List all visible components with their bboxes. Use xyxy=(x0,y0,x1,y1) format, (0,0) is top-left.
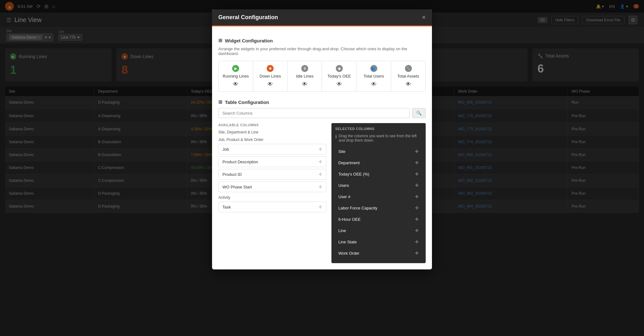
selected-cols-hint: ℹ Drag the columns you want to see from … xyxy=(335,134,422,143)
down-lines-tile-icon: ■ xyxy=(267,65,274,72)
selected-col-item[interactable]: User # ✛ xyxy=(335,192,422,202)
widget-tile-idle-lines[interactable]: ⏸ Idle Lines 👁 xyxy=(288,61,322,91)
selected-col-item[interactable]: Work Order ✛ xyxy=(335,248,422,258)
todays-oee-eye-icon[interactable]: 👁 xyxy=(326,81,352,88)
drag-icon-task: ✛ xyxy=(319,204,322,209)
widget-tile-running-lines[interactable]: ▶ Running Lines 👁 xyxy=(219,61,253,91)
widget-tile-todays-oee[interactable]: ◉ Today's OEE 👁 xyxy=(322,61,357,91)
widget-tiles: ▶ Running Lines 👁 ■ Down Lines 👁 ⏸ Idle … xyxy=(218,61,426,92)
selected-label: SELECTED COLUMNS xyxy=(335,127,422,131)
selected-cols-list: Site ✛ Department ✛ Today's OEE (%) ✛ Us… xyxy=(335,146,422,258)
idle-lines-tile-icon: ⏸ xyxy=(301,65,308,72)
modal-overlay: General Configuration × ⊞ Widget Configu… xyxy=(0,0,644,336)
drag-icon-product-id: ✛ xyxy=(319,172,322,177)
selected-columns-panel: SELECTED COLUMNS ℹ Drag the columns you … xyxy=(331,123,426,263)
modal-close-button[interactable]: × xyxy=(422,14,426,21)
category-job-product-wo: Job, Product & Work Order xyxy=(218,138,326,142)
modal-header: General Configuration × xyxy=(212,9,432,25)
down-lines-eye-icon[interactable]: 👁 xyxy=(257,81,284,88)
total-assets-tile-icon: 🔧 xyxy=(405,65,412,72)
table-config-section-title: ⊞ Table Configuration xyxy=(218,99,426,105)
selected-col-item[interactable]: Users ✛ xyxy=(335,180,422,190)
selected-col-item[interactable]: Labor Force Capacity ✛ xyxy=(335,203,422,213)
drag-icon-selected: ✛ xyxy=(415,217,419,222)
modal-body: ⊞ Widget Configuration Arrange the widge… xyxy=(212,31,432,269)
drag-icon-selected: ✛ xyxy=(415,160,419,165)
available-columns-panel: AVAILABLE COLUMNS Site, Department & Lin… xyxy=(218,123,326,263)
running-lines-eye-icon[interactable]: 👁 xyxy=(222,81,249,88)
widget-tile-total-users[interactable]: 👥 Total Users 👁 xyxy=(357,61,391,91)
idle-lines-eye-icon[interactable]: 👁 xyxy=(292,81,318,88)
general-config-modal: General Configuration × ⊞ Widget Configu… xyxy=(212,9,432,269)
selected-col-item[interactable]: Today's OEE (%) ✛ xyxy=(335,169,422,179)
drag-icon-selected: ✛ xyxy=(415,251,419,256)
col-item-job[interactable]: Job ✛ xyxy=(218,144,326,154)
modal-title: General Configuration xyxy=(218,14,278,21)
category-site-dept-line: Site, Department & Line xyxy=(218,130,326,134)
total-users-eye-icon[interactable]: 👁 xyxy=(360,81,387,88)
orange-accent-bar xyxy=(212,25,432,26)
col-item-wo-phase-start[interactable]: WO Phase Start ✛ xyxy=(218,182,326,192)
selected-col-item[interactable]: Site ✛ xyxy=(335,146,422,156)
total-users-tile-icon: 👥 xyxy=(370,65,377,72)
selected-col-item[interactable]: Line ✛ xyxy=(335,225,422,236)
drag-icon-wo-phase-start: ✛ xyxy=(319,184,322,189)
drag-icon-product-desc: ✛ xyxy=(319,159,322,164)
selected-col-item[interactable]: Line State ✛ xyxy=(335,237,422,247)
widget-config-desc: Arrange the widgets in your preferred or… xyxy=(218,46,426,56)
category-activity: Activity xyxy=(218,195,326,200)
drag-icon-selected: ✛ xyxy=(415,205,419,210)
widget-tile-down-lines[interactable]: ■ Down Lines 👁 xyxy=(253,61,288,91)
total-assets-eye-icon[interactable]: 👁 xyxy=(395,81,422,88)
drag-icon-selected: ✛ xyxy=(415,194,419,199)
drag-icon-selected: ✛ xyxy=(415,228,419,233)
todays-oee-tile-icon: ◉ xyxy=(336,65,343,72)
hint-icon: ℹ xyxy=(335,134,337,139)
available-label: AVAILABLE COLUMNS xyxy=(218,123,326,127)
drag-icon-selected: ✛ xyxy=(415,149,419,154)
search-row: 🔍 xyxy=(218,108,426,118)
table-config-icon: ⊞ xyxy=(218,99,222,105)
drag-icon-job: ✛ xyxy=(319,147,322,152)
widget-config-icon: ⊞ xyxy=(218,38,222,43)
drag-icon-selected: ✛ xyxy=(415,239,419,244)
selected-col-item[interactable]: Department ✛ xyxy=(335,158,422,168)
col-item-product-description[interactable]: Product Description ✛ xyxy=(218,156,326,167)
col-item-task[interactable]: Task ✛ xyxy=(218,202,326,212)
search-columns-input[interactable] xyxy=(218,108,410,118)
drag-icon-selected: ✛ xyxy=(415,171,419,176)
widget-tile-total-assets[interactable]: 🔧 Total Assets 👁 xyxy=(391,61,425,91)
drag-icon-selected: ✛ xyxy=(415,183,419,188)
table-config: 🔍 AVAILABLE COLUMNS Site, Department & L… xyxy=(218,108,426,263)
selected-col-item[interactable]: 6-Hour OEE ✛ xyxy=(335,214,422,224)
widget-config-section-title: ⊞ Widget Configuration xyxy=(218,38,426,43)
running-lines-tile-icon: ▶ xyxy=(232,65,239,72)
col-item-product-id[interactable]: Product ID ✛ xyxy=(218,169,326,180)
columns-row: AVAILABLE COLUMNS Site, Department & Lin… xyxy=(218,123,426,263)
search-button[interactable]: 🔍 xyxy=(412,108,426,118)
